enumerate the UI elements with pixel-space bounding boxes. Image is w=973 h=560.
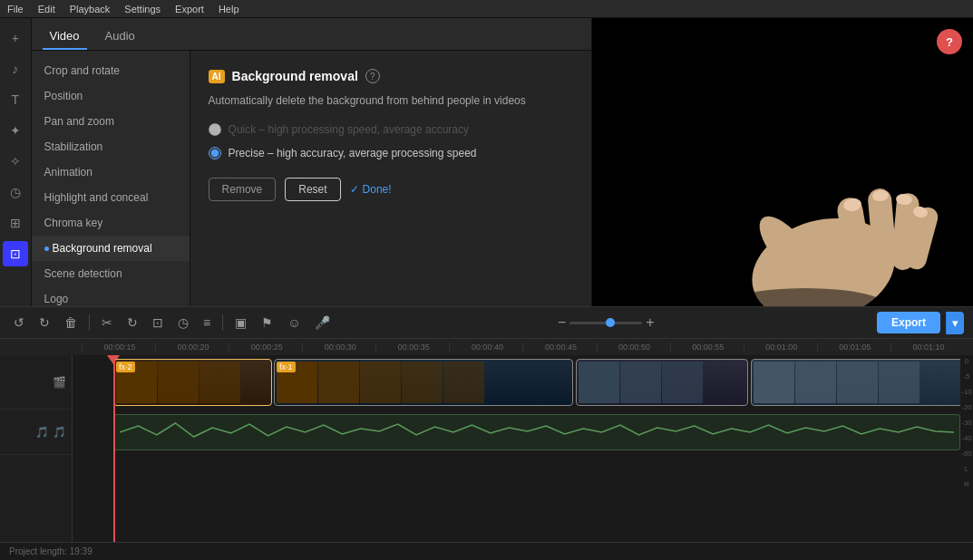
apps-icon: ⊡ xyxy=(10,246,21,261)
nav-crop-rotate[interactable]: Crop and rotate xyxy=(32,58,190,83)
reset-button[interactable]: Reset xyxy=(285,178,340,201)
clip-1[interactable]: fx·2 xyxy=(113,359,272,406)
done-button[interactable]: ✓ Done! xyxy=(350,183,392,196)
db-10: -10 xyxy=(961,388,972,396)
nav-label-logo: Logo xyxy=(44,293,69,305)
ruler-mark-6: 00:00:45 xyxy=(522,343,596,352)
remove-button[interactable]: Remove xyxy=(209,178,277,201)
help-fab-button[interactable]: ? xyxy=(937,29,962,54)
rotate-button[interactable]: ↻ xyxy=(122,313,142,333)
waveform-svg xyxy=(120,419,954,446)
zoom-out-button[interactable]: − xyxy=(558,315,566,330)
nav-position[interactable]: Position xyxy=(32,83,190,109)
video-track-icon: 🎬 xyxy=(53,376,66,389)
label-precise[interactable]: Precise – high accuracy, average process… xyxy=(229,147,477,159)
export-button[interactable]: Export xyxy=(877,312,940,333)
help-circle-icon[interactable]: ? xyxy=(365,69,380,83)
ruler-mark-4: 00:00:35 xyxy=(375,343,449,352)
nav-stabilization[interactable]: Stabilization xyxy=(32,134,190,159)
clip-fx-label-2: fx·1 xyxy=(277,362,296,372)
face-button[interactable]: ☺ xyxy=(283,313,305,333)
bg-removal-description: Automatically delete the background from… xyxy=(209,92,573,109)
sidebar-overlay-btn[interactable]: ⊞ xyxy=(3,210,28,236)
option-precise: Precise – high accuracy, average process… xyxy=(209,147,573,159)
project-length: Project length: 19:39 xyxy=(9,546,92,556)
label-quick[interactable]: Quick – high processing speed, average a… xyxy=(229,123,469,136)
overlay-button[interactable]: ▣ xyxy=(230,313,251,333)
timeline-section: ↺ ↻ 🗑 ✂ ↻ ⊡ ◷ ≡ ▣ ⚑ ☺ 🎤 − + Export ▾ 00:… xyxy=(0,306,973,560)
help-fab-icon: ? xyxy=(946,35,953,49)
sidebar-text-btn[interactable]: T xyxy=(3,87,28,112)
clip-thumbnail-4 xyxy=(752,360,921,405)
nav-active-dot xyxy=(44,246,49,251)
undo-button[interactable]: ↺ xyxy=(9,313,29,333)
radio-quick[interactable] xyxy=(209,123,221,136)
clip-4[interactable] xyxy=(751,359,960,406)
tab-video[interactable]: Video xyxy=(43,25,87,50)
thumb-4c xyxy=(837,362,878,403)
thumb-3c xyxy=(662,362,703,403)
nav-chroma-key[interactable]: Chroma key xyxy=(32,210,190,236)
bg-removal-header: AI Background removal ? xyxy=(209,69,573,83)
music-icon: ♪ xyxy=(12,62,18,76)
panel-tabs: Video Audio xyxy=(32,18,591,51)
menu-playback[interactable]: Playback xyxy=(70,4,111,14)
nav-bg-removal[interactable]: Background removal xyxy=(32,236,190,261)
menu-settings[interactable]: Settings xyxy=(124,4,161,14)
clip-2[interactable]: fx·1 xyxy=(274,359,573,406)
nav-label-highlight: Highlight and conceal xyxy=(44,191,149,204)
nav-label-bg-removal: Background removal xyxy=(53,242,152,255)
zoom-in-button[interactable]: + xyxy=(646,315,654,330)
sidebar-magic-btn[interactable]: ✧ xyxy=(3,149,28,174)
toolbar-separator-1 xyxy=(89,314,90,331)
thumb-4a xyxy=(754,362,794,403)
tab-audio[interactable]: Audio xyxy=(98,25,142,50)
clip-3[interactable] xyxy=(576,359,748,406)
delete-button[interactable]: 🗑 xyxy=(60,313,82,333)
ruler-mark-11: 00:01:10 xyxy=(890,343,964,352)
menu-export[interactable]: Export xyxy=(175,4,204,14)
tracks-content: fx·2 fx·1 xyxy=(73,355,960,542)
sidebar-music-btn[interactable]: ♪ xyxy=(3,56,28,82)
nav-pan-zoom[interactable]: Pan and zoom xyxy=(32,109,190,134)
crop-button[interactable]: ⊡ xyxy=(148,313,168,333)
ruler-marks-container: 00:00:15 00:00:20 00:00:25 00:00:30 00:0… xyxy=(82,343,964,352)
nav-label-crop: Crop and rotate xyxy=(44,64,120,77)
sidebar-effects-btn[interactable]: ✦ xyxy=(3,118,28,143)
menu-file[interactable]: File xyxy=(7,4,24,14)
checkmark-icon: ✓ xyxy=(350,183,359,196)
equalizer-button[interactable]: ≡ xyxy=(199,313,215,333)
ruler-mark-7: 00:00:50 xyxy=(597,343,670,352)
sidebar-add-btn[interactable]: + xyxy=(3,25,28,51)
zoom-controls: − + xyxy=(558,315,655,330)
clip-fx-label-1: fx·2 xyxy=(116,362,135,372)
menu-help[interactable]: Help xyxy=(219,4,239,14)
menu-edit[interactable]: Edit xyxy=(38,4,55,14)
thumb-2d xyxy=(402,362,443,403)
nav-highlight-conceal[interactable]: Highlight and conceal xyxy=(32,185,190,210)
nav-animation[interactable]: Animation xyxy=(32,159,190,185)
zoom-slider[interactable] xyxy=(569,322,642,324)
mic-button[interactable]: 🎤 xyxy=(310,313,335,333)
ruler-mark-5: 00:00:40 xyxy=(449,343,522,352)
playhead-line xyxy=(113,355,115,542)
thumb-2b xyxy=(318,362,359,403)
thumb-2c xyxy=(360,362,401,403)
nav-label-scene: Scene detection xyxy=(44,267,122,280)
sidebar-apps-btn[interactable]: ⊡ xyxy=(3,241,28,266)
timer-button[interactable]: ◷ xyxy=(173,313,193,333)
redo-button[interactable]: ↻ xyxy=(34,313,54,333)
ruler-mark-2: 00:00:25 xyxy=(229,343,302,352)
export-arrow-button[interactable]: ▾ xyxy=(946,312,964,334)
db-meter: 0 -5 -10 -20 -30 -40 -60 L R xyxy=(960,355,973,542)
nav-scene-detection[interactable]: Scene detection xyxy=(32,261,190,286)
add-icon: + xyxy=(12,31,19,45)
flag-button[interactable]: ⚑ xyxy=(257,313,277,333)
timeline-ruler: 00:00:15 00:00:20 00:00:25 00:00:30 00:0… xyxy=(0,339,973,355)
thumb-1b xyxy=(158,362,199,403)
cut-button[interactable]: ✂ xyxy=(97,313,117,333)
effects-icon: ✦ xyxy=(10,123,21,138)
sidebar-time-btn[interactable]: ◷ xyxy=(3,179,28,205)
radio-precise[interactable] xyxy=(209,147,221,159)
db-0: 0 xyxy=(965,357,968,365)
